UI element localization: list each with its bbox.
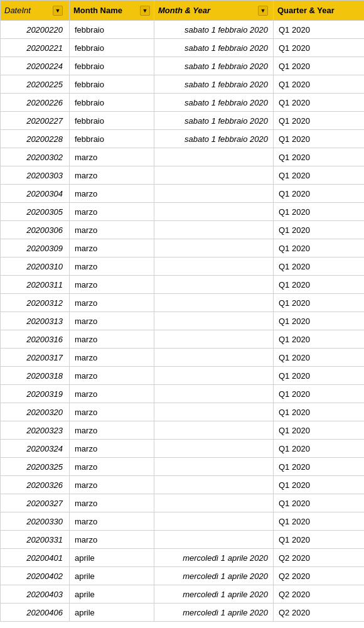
- table-row[interactable]: 20200312marzoQ1 2020: [1, 294, 365, 312]
- table-row[interactable]: 20200325marzoQ1 2020: [1, 458, 365, 476]
- cell-dateint: 20200325: [1, 458, 70, 476]
- filter-monthyear-button[interactable]: ▼: [258, 6, 268, 16]
- cell-monthyear: [154, 494, 274, 512]
- cell-quarteryear: Q1 2020: [274, 148, 365, 166]
- filter-dateint-button[interactable]: ▼: [53, 6, 63, 16]
- table-row[interactable]: 20200309marzoQ1 2020: [1, 239, 365, 257]
- cell-dateint: 20200304: [1, 185, 70, 203]
- cell-quarteryear: Q1 2020: [274, 21, 365, 39]
- table-row[interactable]: 20200226febbraiosabato 1 febbraio 2020Q1…: [1, 94, 365, 112]
- cell-quarteryear: Q1 2020: [274, 385, 365, 403]
- header-dateint[interactable]: DateInt ▼: [1, 1, 70, 21]
- header-monthname[interactable]: Month Name ▼: [70, 1, 154, 21]
- cell-monthname: febbraio: [70, 39, 154, 57]
- table-row[interactable]: 20200313marzoQ1 2020: [1, 312, 365, 330]
- header-monthyear[interactable]: Month & Year ▼: [154, 1, 274, 21]
- table-body: 20200220febbraiosabato 1 febbraio 2020Q1…: [1, 21, 365, 622]
- cell-monthyear: [154, 385, 274, 403]
- table-row[interactable]: 20200320marzoQ1 2020: [1, 403, 365, 421]
- table-row[interactable]: 20200324marzoQ1 2020: [1, 440, 365, 458]
- table-row[interactable]: 20200403aprilemercoledì 1 aprile 2020Q2 …: [1, 585, 365, 604]
- cell-dateint: 20200228: [1, 130, 70, 148]
- table-row[interactable]: 20200316marzoQ1 2020: [1, 330, 365, 349]
- cell-monthname: febbraio: [70, 75, 154, 94]
- filter-monthname-button[interactable]: ▼: [140, 6, 150, 16]
- cell-monthname: marzo: [70, 257, 154, 276]
- table-row[interactable]: 20200319marzoQ1 2020: [1, 385, 365, 403]
- cell-quarteryear: Q1 2020: [274, 185, 365, 203]
- table-row[interactable]: 20200303marzoQ1 2020: [1, 166, 365, 185]
- table-row[interactable]: 20200331marzoQ1 2020: [1, 531, 365, 549]
- cell-dateint: 20200316: [1, 330, 70, 349]
- table-row[interactable]: 20200326marzoQ1 2020: [1, 476, 365, 494]
- cell-monthyear: [154, 421, 274, 440]
- cell-quarteryear: Q1 2020: [274, 75, 365, 94]
- cell-quarteryear: Q1 2020: [274, 494, 365, 512]
- cell-quarteryear: Q2 2020: [274, 549, 365, 567]
- cell-monthyear: [154, 349, 274, 367]
- table-row[interactable]: 20200330marzoQ1 2020: [1, 512, 365, 531]
- table-row[interactable]: 20200318marzoQ1 2020: [1, 367, 365, 385]
- cell-monthname: febbraio: [70, 130, 154, 148]
- cell-monthyear: sabato 1 febbraio 2020: [154, 75, 274, 94]
- cell-monthname: marzo: [70, 239, 154, 257]
- cell-dateint: 20200220: [1, 21, 70, 39]
- cell-dateint: 20200305: [1, 203, 70, 221]
- table-row[interactable]: 20200317marzoQ1 2020: [1, 349, 365, 367]
- cell-monthyear: [154, 166, 274, 185]
- cell-quarteryear: Q1 2020: [274, 112, 365, 130]
- cell-monthyear: [154, 257, 274, 276]
- cell-monthname: marzo: [70, 349, 154, 367]
- table-row[interactable]: 20200227febbraiosabato 1 febbraio 2020Q1…: [1, 112, 365, 130]
- cell-monthname: marzo: [70, 221, 154, 239]
- cell-monthyear: mercoledì 1 aprile 2020: [154, 585, 274, 604]
- cell-dateint: 20200303: [1, 166, 70, 185]
- cell-dateint: 20200224: [1, 57, 70, 75]
- cell-monthyear: [154, 531, 274, 549]
- cell-monthyear: [154, 185, 274, 203]
- header-quarteryear[interactable]: Quarter & Year: [274, 1, 365, 21]
- cell-monthname: marzo: [70, 403, 154, 421]
- cell-monthname: marzo: [70, 440, 154, 458]
- cell-dateint: 20200327: [1, 494, 70, 512]
- table-row[interactable]: 20200304marzoQ1 2020: [1, 185, 365, 203]
- table-row[interactable]: 20200220febbraiosabato 1 febbraio 2020Q1…: [1, 21, 365, 39]
- cell-monthyear: [154, 294, 274, 312]
- cell-monthyear: [154, 367, 274, 385]
- cell-monthyear: mercoledì 1 aprile 2020: [154, 549, 274, 567]
- cell-monthname: marzo: [70, 166, 154, 185]
- table-row[interactable]: 20200401aprilemercoledì 1 aprile 2020Q2 …: [1, 549, 365, 567]
- table-row[interactable]: 20200327marzoQ1 2020: [1, 494, 365, 512]
- table-row[interactable]: 20200305marzoQ1 2020: [1, 203, 365, 221]
- header-quarteryear-label: Quarter & Year: [277, 6, 335, 15]
- cell-monthname: febbraio: [70, 57, 154, 75]
- table-row[interactable]: 20200311marzoQ1 2020: [1, 276, 365, 294]
- cell-dateint: 20200406: [1, 604, 70, 622]
- cell-quarteryear: Q2 2020: [274, 567, 365, 585]
- table-row[interactable]: 20200221febbraiosabato 1 febbraio 2020Q1…: [1, 39, 365, 57]
- cell-dateint: 20200227: [1, 112, 70, 130]
- table-row[interactable]: 20200302marzoQ1 2020: [1, 148, 365, 166]
- table-row[interactable]: 20200224febbraiosabato 1 febbraio 2020Q1…: [1, 57, 365, 75]
- table-row[interactable]: 20200402aprilemercoledì 1 aprile 2020Q2 …: [1, 567, 365, 585]
- cell-monthname: marzo: [70, 421, 154, 440]
- cell-dateint: 20200320: [1, 403, 70, 421]
- table-row[interactable]: 20200306marzoQ1 2020: [1, 221, 365, 239]
- cell-dateint: 20200221: [1, 39, 70, 57]
- cell-dateint: 20200313: [1, 312, 70, 330]
- cell-dateint: 20200317: [1, 349, 70, 367]
- cell-monthyear: sabato 1 febbraio 2020: [154, 112, 274, 130]
- table-row[interactable]: 20200310marzoQ1 2020: [1, 257, 365, 276]
- cell-quarteryear: Q1 2020: [274, 403, 365, 421]
- cell-monthname: marzo: [70, 330, 154, 349]
- cell-monthname: aprile: [70, 567, 154, 585]
- cell-monthname: marzo: [70, 385, 154, 403]
- cell-monthyear: sabato 1 febbraio 2020: [154, 130, 274, 148]
- table-row[interactable]: 20200406aprilemercoledì 1 aprile 2020Q2 …: [1, 604, 365, 622]
- table-row[interactable]: 20200225febbraiosabato 1 febbraio 2020Q1…: [1, 75, 365, 94]
- cell-quarteryear: Q1 2020: [274, 39, 365, 57]
- table-row[interactable]: 20200323marzoQ1 2020: [1, 421, 365, 440]
- cell-monthyear: [154, 330, 274, 349]
- table-row[interactable]: 20200228febbraiosabato 1 febbraio 2020Q1…: [1, 130, 365, 148]
- cell-dateint: 20200312: [1, 294, 70, 312]
